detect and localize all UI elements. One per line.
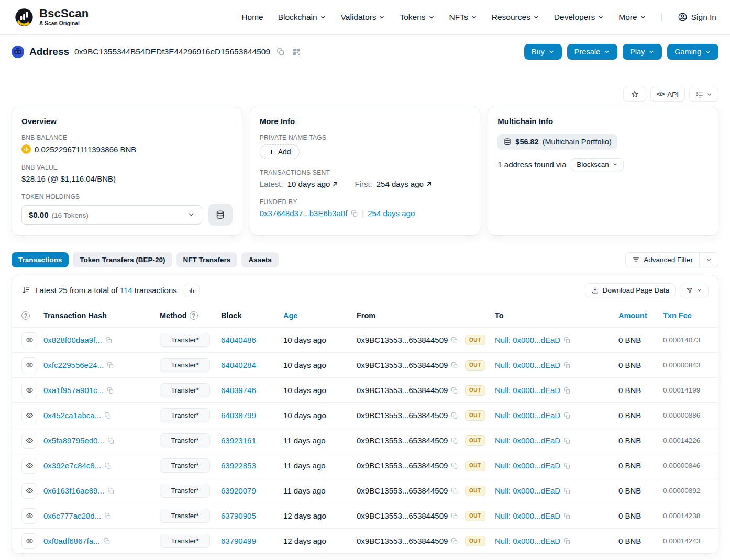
to-address-link[interactable]: Null: 0x000...dEaD xyxy=(495,436,560,445)
preview-tx-button[interactable] xyxy=(21,533,37,549)
funded-age-link[interactable]: 254 days ago xyxy=(368,209,415,218)
copy-icon[interactable] xyxy=(107,437,115,444)
latest-tx-link[interactable]: 10 days ago xyxy=(287,180,339,188)
copy-icon[interactable] xyxy=(563,537,571,545)
copy-icon[interactable] xyxy=(103,537,110,545)
favorite-button[interactable] xyxy=(623,87,646,102)
preview-tx-button[interactable] xyxy=(21,383,37,398)
block-link[interactable]: 63923161 xyxy=(221,436,256,445)
copy-icon[interactable] xyxy=(451,462,458,469)
preview-tx-button[interactable] xyxy=(21,458,37,474)
nav-item[interactable]: More xyxy=(618,13,646,22)
tx-hash-link[interactable]: 0xa1f957a901c... xyxy=(43,386,104,395)
method-badge[interactable]: Transfer* xyxy=(160,458,210,473)
method-badge[interactable]: Transfer* xyxy=(160,433,210,447)
tx-hash-link[interactable]: 0x828f00daa9f... xyxy=(43,335,102,344)
tx-hash-link[interactable]: 0xf0adf6867fa... xyxy=(43,536,100,545)
sign-in-button[interactable]: Sign In xyxy=(678,12,716,22)
copy-icon[interactable] xyxy=(451,337,458,344)
api-button[interactable]: </> API xyxy=(650,87,685,102)
total-transactions-link[interactable]: 114 xyxy=(120,286,132,295)
play-button[interactable]: Play xyxy=(623,44,662,60)
copy-icon[interactable] xyxy=(107,387,114,394)
block-link[interactable]: 64040486 xyxy=(221,335,256,344)
copy-icon[interactable] xyxy=(563,362,571,369)
to-address-link[interactable]: Null: 0x000...dEaD xyxy=(495,461,560,470)
presale-button[interactable]: Presale xyxy=(567,44,617,60)
copy-icon[interactable] xyxy=(107,487,115,495)
block-link[interactable]: 64038799 xyxy=(221,411,256,420)
nav-item[interactable]: Validators xyxy=(341,13,385,22)
copy-icon[interactable] xyxy=(451,387,458,394)
download-page-data-button[interactable]: Download Page Data xyxy=(585,283,676,297)
copy-icon[interactable] xyxy=(563,437,571,444)
to-address-link[interactable]: Null: 0x000...dEaD xyxy=(495,411,560,420)
preview-tx-button[interactable] xyxy=(21,433,37,449)
buy-button[interactable]: Buy xyxy=(524,44,562,60)
col-header-amount[interactable]: Amount xyxy=(618,311,663,320)
preview-tx-button[interactable] xyxy=(21,332,37,348)
funded-by-address-link[interactable]: 0x37648d37...b3E6b3a0f xyxy=(260,209,348,218)
block-link[interactable]: 63790905 xyxy=(221,511,256,520)
copy-icon[interactable] xyxy=(105,337,113,344)
bscscan-logo[interactable]: BscScan A Scan Original xyxy=(14,7,89,28)
to-address-link[interactable]: Null: 0x000...dEaD xyxy=(495,335,560,344)
tab-nft-transfers[interactable]: NFT Transfers xyxy=(176,252,238,267)
tx-hash-link[interactable]: 0x392e7c84c8... xyxy=(43,461,101,470)
block-link[interactable]: 63790499 xyxy=(221,536,256,545)
tx-hash-link[interactable]: 0xfc229556e24... xyxy=(43,361,104,369)
block-link[interactable]: 63922853 xyxy=(221,461,256,470)
copy-icon[interactable] xyxy=(107,362,114,369)
preview-tx-button[interactable] xyxy=(21,483,37,499)
copy-icon[interactable] xyxy=(451,512,458,520)
copy-icon[interactable] xyxy=(563,337,571,344)
copy-icon[interactable] xyxy=(451,537,458,545)
copy-icon[interactable] xyxy=(563,462,571,469)
to-address-link[interactable]: Null: 0x000...dEaD xyxy=(495,536,560,545)
help-icon[interactable]: ? xyxy=(190,311,198,320)
copy-icon[interactable] xyxy=(563,412,571,419)
method-badge[interactable]: Transfer* xyxy=(160,358,210,372)
copy-icon[interactable] xyxy=(451,437,458,444)
copy-icon[interactable] xyxy=(451,362,458,369)
copy-icon[interactable] xyxy=(104,412,112,419)
copy-icon[interactable] xyxy=(451,412,458,419)
nav-item[interactable]: Blockchain xyxy=(278,13,326,22)
col-header-age[interactable]: Age xyxy=(283,311,357,320)
gaming-button[interactable]: Gaming xyxy=(667,44,718,60)
block-link[interactable]: 63920079 xyxy=(221,486,256,495)
advanced-filter-chevron[interactable] xyxy=(699,253,718,267)
method-badge[interactable]: Transfer* xyxy=(160,509,210,523)
table-filter-button[interactable] xyxy=(680,284,709,297)
method-badge[interactable]: Transfer* xyxy=(160,408,210,422)
block-link[interactable]: 64040284 xyxy=(221,361,256,369)
copy-icon[interactable] xyxy=(563,487,571,495)
method-badge[interactable]: Transfer* xyxy=(160,333,210,347)
tab-transactions[interactable]: Transactions xyxy=(12,252,69,267)
block-link[interactable]: 64039746 xyxy=(221,386,256,395)
to-address-link[interactable]: Null: 0x000...dEaD xyxy=(495,511,560,520)
add-name-tag-button[interactable]: Add xyxy=(260,144,300,159)
blockscan-dropdown[interactable]: Blockscan xyxy=(571,158,624,171)
token-wallet-button[interactable] xyxy=(208,204,233,226)
tx-hash-link[interactable]: 0x6c777ac28d... xyxy=(43,511,101,520)
to-address-link[interactable]: Null: 0x000...dEaD xyxy=(495,361,560,369)
tab-token-transfers[interactable]: Token Transfers (BEP-20) xyxy=(73,252,172,267)
copy-icon[interactable] xyxy=(451,487,458,495)
help-icon[interactable]: ? xyxy=(21,311,30,320)
copy-icon[interactable] xyxy=(351,210,358,217)
analytics-button[interactable] xyxy=(184,284,200,297)
copy-icon[interactable] xyxy=(104,462,112,469)
method-badge[interactable]: Transfer* xyxy=(160,484,210,498)
method-badge[interactable]: Transfer* xyxy=(160,383,210,397)
tx-hash-link[interactable]: 0x5fa89795ed0... xyxy=(43,436,104,445)
copy-icon[interactable] xyxy=(563,387,571,394)
preview-tx-button[interactable] xyxy=(21,357,37,373)
multichain-portfolio-badge[interactable]: $56.82 (Multichain Portfolio) xyxy=(497,134,617,150)
preview-tx-button[interactable] xyxy=(21,508,37,524)
copy-address-button[interactable] xyxy=(275,47,286,57)
tab-assets[interactable]: Assets xyxy=(241,252,278,267)
nav-item[interactable]: Developers xyxy=(554,13,604,22)
preview-tx-button[interactable] xyxy=(21,408,37,423)
qr-code-button[interactable] xyxy=(291,47,302,57)
